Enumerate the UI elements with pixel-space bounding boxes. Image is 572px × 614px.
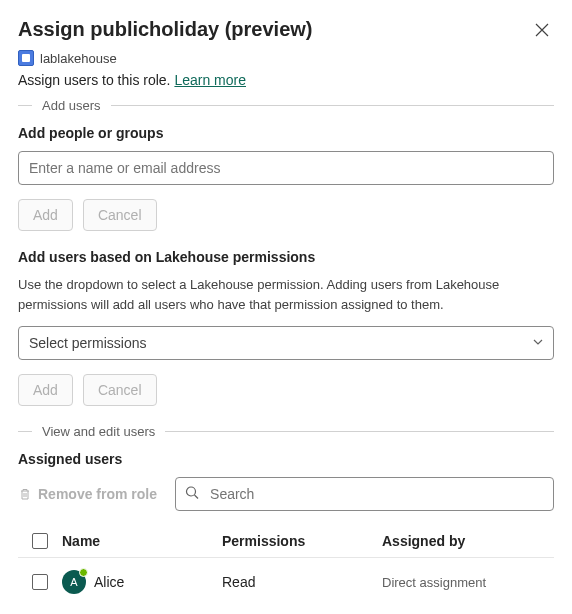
- presence-indicator: [79, 568, 88, 577]
- column-permissions[interactable]: Permissions: [222, 533, 382, 549]
- people-search-input[interactable]: [18, 151, 554, 185]
- page-title: Assign publicholiday (preview): [18, 18, 313, 41]
- add-lakehouse-help: Use the dropdown to select a Lakehouse p…: [18, 275, 554, 314]
- user-assigned-by: Direct assignment: [382, 575, 554, 590]
- trash-icon: [18, 487, 32, 501]
- role-description: Assign users to this role. Learn more: [18, 72, 554, 88]
- select-all-checkbox[interactable]: [32, 533, 48, 549]
- column-assigned-by[interactable]: Assigned by: [382, 533, 554, 549]
- remove-from-role-button[interactable]: Remove from role: [18, 480, 157, 508]
- row-checkbox[interactable]: [32, 574, 48, 590]
- permissions-select[interactable]: Select permissions: [18, 326, 554, 360]
- cancel-permission-button[interactable]: Cancel: [83, 374, 157, 406]
- svg-point-0: [187, 487, 196, 496]
- cancel-people-button[interactable]: Cancel: [83, 199, 157, 231]
- lakehouse-icon: [18, 50, 34, 66]
- table-header: Name Permissions Assigned by: [18, 525, 554, 557]
- add-lakehouse-title: Add users based on Lakehouse permissions: [18, 249, 554, 265]
- add-people-button[interactable]: Add: [18, 199, 73, 231]
- learn-more-link[interactable]: Learn more: [174, 72, 246, 88]
- divider-view-users: View and edit users: [18, 424, 554, 439]
- add-people-title: Add people or groups: [18, 125, 554, 141]
- assigned-users-table: Name Permissions Assigned by A Alice Rea…: [18, 525, 554, 606]
- assigned-users-title: Assigned users: [18, 451, 554, 467]
- table-row[interactable]: A Alice Read Direct assignment: [18, 557, 554, 606]
- user-name: Alice: [94, 574, 124, 590]
- add-permission-button[interactable]: Add: [18, 374, 73, 406]
- column-name[interactable]: Name: [62, 533, 222, 549]
- divider-add-users: Add users: [18, 98, 554, 113]
- close-button[interactable]: [530, 18, 554, 42]
- lakehouse-name: lablakehouse: [40, 51, 117, 66]
- user-permission: Read: [222, 574, 382, 590]
- avatar: A: [62, 570, 86, 594]
- assigned-search-input[interactable]: [175, 477, 554, 511]
- search-icon: [185, 486, 199, 503]
- close-icon: [535, 23, 549, 37]
